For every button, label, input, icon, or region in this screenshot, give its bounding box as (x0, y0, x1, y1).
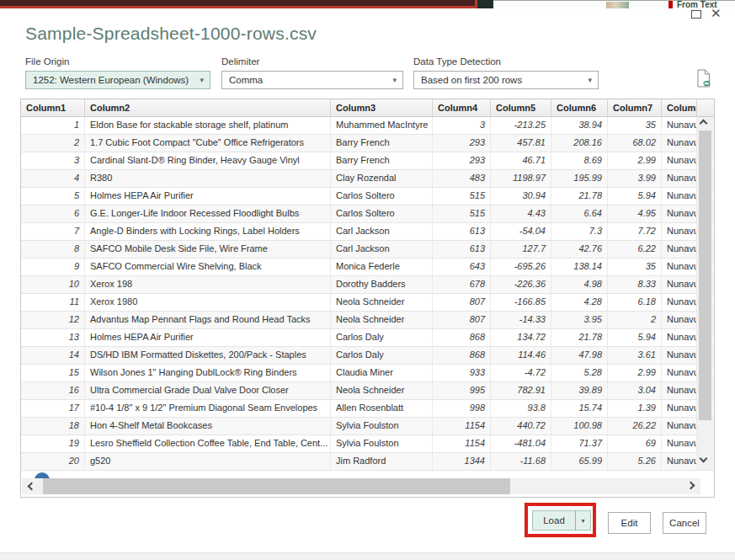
table-cell: 3.95 (551, 312, 608, 328)
table-cell: 35 (608, 259, 662, 275)
table-cell: Nunavut (662, 400, 697, 417)
table-cell: 2.99 (608, 365, 662, 381)
vertical-scrollbar[interactable] (697, 117, 713, 470)
table-cell: 807 (433, 312, 491, 328)
table-row: 15Wilson Jones 1" Hanging DublLock® Ring… (21, 365, 714, 382)
table-cell: 195.99 (551, 170, 608, 187)
table-cell: Nunavut (662, 259, 697, 275)
data-preview-table: Column1Column2Column3Column4Column5Colum… (20, 99, 715, 498)
chevron-down-icon: ▾ (200, 72, 204, 88)
table-cell: 68.02 (608, 135, 662, 152)
scroll-down-icon[interactable] (700, 455, 708, 463)
load-split-button: Load ▾ (532, 510, 591, 531)
column-header: Column5 (491, 99, 551, 117)
load-button[interactable]: Load (532, 510, 575, 531)
table-cell: 7.72 (608, 223, 662, 240)
table-cell: Holmes HEPA Air Purifier (85, 329, 331, 346)
data-type-detection-select[interactable]: Based on first 200 rows ▾ (413, 71, 599, 89)
table-cell: 6.64 (551, 205, 608, 222)
table-cell: R380 (85, 170, 331, 187)
table-cell: Carlos Soltero (331, 188, 433, 205)
data-type-detection-value: Based on first 200 rows (421, 75, 522, 85)
dialog-bottom-edge (0, 552, 735, 560)
table-row: 8SAFCO Mobile Desk Side File, Wire Frame… (21, 241, 714, 259)
table-cell: Nunavut (662, 418, 697, 435)
table-cell: Nunavut (662, 135, 697, 152)
table-cell: 782.91 (491, 382, 551, 399)
table-cell: SAFCO Mobile Desk Side File, Wire Frame (85, 241, 331, 258)
table-row: 6G.E. Longer-Life Indoor Recessed Floodl… (21, 205, 714, 223)
table-cell: 35 (608, 117, 662, 134)
table-cell: Ultra Commercial Grade Dual Valve Door C… (85, 382, 331, 399)
table-cell: 208.16 (551, 135, 608, 152)
ribbon-red-bar-icon (668, 1, 673, 8)
file-origin-select[interactable]: 1252: Western European (Windows) ▾ (25, 71, 210, 89)
close-icon[interactable]: ✕ (711, 6, 722, 21)
dialog-title: Sample-Spreadsheet-1000-rows.csv (25, 24, 317, 44)
scroll-up-icon[interactable] (700, 120, 708, 128)
table-cell: -213.25 (491, 117, 551, 134)
table-cell: Lesro Sheffield Collection Coffee Table,… (85, 435, 331, 452)
table-cell: Nunavut (662, 435, 697, 452)
cancel-button[interactable]: Cancel (663, 512, 706, 534)
table-cell: 5.94 (608, 329, 662, 346)
table-cell: 10 (21, 276, 85, 293)
table-cell: 3.99 (608, 170, 662, 187)
table-cell: 1154 (433, 435, 491, 452)
table-header-row: Column1Column2Column3Column4Column5Colum… (21, 99, 714, 117)
table-cell: 933 (433, 365, 491, 381)
table-cell: Advantus Map Pennant Flags and Round Hea… (85, 312, 331, 328)
table-cell: 1198.97 (491, 170, 551, 187)
chevron-down-icon: ▾ (392, 72, 397, 88)
table-cell: Nunavut (662, 223, 697, 240)
table-cell: Carl Jackson (331, 223, 433, 240)
table-cell: 12 (21, 312, 85, 328)
table-cell: 15.74 (551, 400, 608, 417)
table-cell: Nunavut (662, 241, 697, 258)
table-cell: Nunavut (662, 453, 697, 470)
table-cell: 2.99 (608, 152, 662, 169)
table-cell: Nunavut (662, 312, 697, 328)
table-cell: Sylvia Foulston (331, 418, 433, 435)
maximize-icon[interactable] (691, 10, 701, 19)
table-cell: 19 (21, 435, 85, 452)
table-row: 21.7 Cubic Foot Compact "Cube" Office Re… (21, 135, 714, 152)
table-cell: 8 (21, 241, 85, 258)
table-cell: 807 (433, 294, 491, 311)
background-ribbon-fragment: From Text (493, 0, 735, 8)
load-dropdown-arrow-icon[interactable]: ▾ (575, 510, 591, 531)
file-origin-label: File Origin (25, 56, 69, 67)
table-cell: Carlos Daly (331, 347, 433, 364)
table-cell: 7.3 (551, 223, 608, 240)
table-cell: 26.22 (608, 418, 662, 435)
table-row: 16Ultra Commercial Grade Dual Valve Door… (21, 382, 714, 400)
table-cell: Hon 4-Shelf Metal Bookcases (85, 418, 331, 435)
table-cell: Sylvia Foulston (331, 435, 433, 452)
table-cell: -226.36 (491, 276, 551, 293)
table-cell: 5 (21, 188, 85, 205)
delimiter-select[interactable]: Comma ▾ (221, 71, 403, 89)
table-cell: Eldon Base for stackable storage shelf, … (85, 117, 331, 134)
table-cell: 71.37 (551, 435, 608, 452)
table-cell: 4 (21, 170, 85, 187)
table-cell: 7 (21, 223, 85, 240)
refresh-preview-icon[interactable] (696, 69, 711, 88)
table-cell: 46.71 (491, 152, 551, 169)
table-cell: 65.99 (551, 453, 608, 470)
table-cell: 47.98 (551, 347, 608, 364)
vertical-scrollbar-thumb[interactable] (699, 131, 711, 420)
table-cell: -14.33 (491, 312, 551, 328)
table-cell: 5.26 (608, 453, 662, 470)
table-cell: DS/HD IBM Formatted Diskettes, 200/Pack … (85, 347, 331, 364)
scroll-left-icon[interactable] (28, 483, 36, 491)
column-header: Column8 (662, 99, 697, 117)
scroll-right-icon[interactable] (687, 482, 695, 490)
table-cell: -481.04 (491, 435, 551, 452)
horizontal-scrollbar[interactable] (22, 478, 700, 494)
table-cell: Nunavut (662, 276, 697, 293)
table-row: 9SAFCO Commercial Wire Shelving, BlackMo… (21, 259, 714, 276)
table-cell: Angle-D Binders with Locking Rings, Labe… (85, 223, 331, 240)
horizontal-scrollbar-thumb[interactable] (43, 478, 510, 494)
edit-button[interactable]: Edit (608, 512, 651, 534)
table-cell: 138.14 (551, 259, 608, 275)
